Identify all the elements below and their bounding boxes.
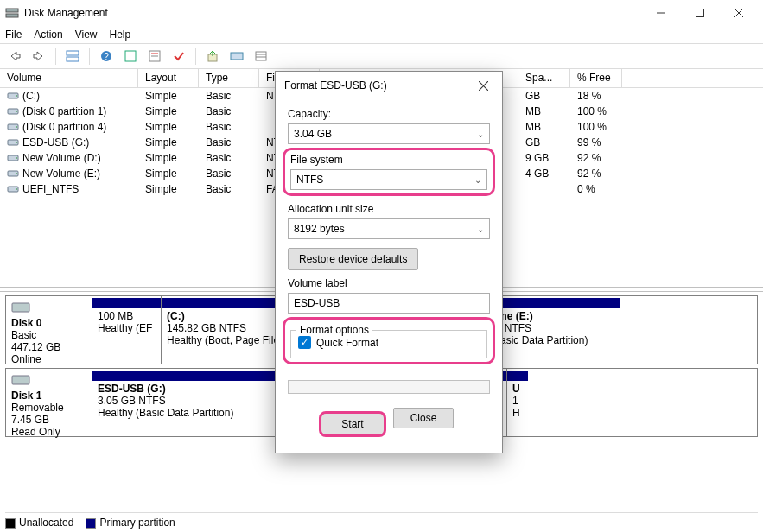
format-options-group: Format options ✓ Quick Format (290, 330, 487, 358)
list-button[interactable] (251, 47, 270, 66)
disk-header[interactable]: Disk 1Removable7.45 GBRead Only (6, 369, 92, 436)
title-bar: Disk Management (0, 0, 763, 26)
quick-format-checkbox[interactable]: ✓ Quick Format (298, 336, 480, 349)
svg-point-20 (16, 95, 17, 97)
menu-action[interactable]: Action (34, 28, 62, 41)
window-title: Disk Management (24, 7, 641, 19)
alloc-value: 8192 bytes (294, 223, 345, 235)
export-button[interactable] (203, 47, 222, 66)
partition[interactable]: U1H (507, 369, 528, 436)
menu-file[interactable]: File (5, 28, 22, 41)
volume-label-label: Volume label (288, 277, 490, 289)
app-icon (5, 6, 19, 20)
svg-rect-1 (6, 14, 18, 17)
disk-icon (11, 372, 30, 388)
highlight-filesystem: File system NTFS ⌄ (283, 148, 495, 196)
legend-unalloc: Unallocated (19, 516, 73, 529)
checkbox-checked-icon: ✓ (298, 336, 311, 349)
svg-point-22 (16, 111, 17, 112)
svg-point-28 (16, 157, 17, 159)
col-space[interactable]: Spa... (518, 69, 570, 87)
dialog-title: Format ESD-USB (G:) (284, 79, 473, 92)
svg-point-32 (16, 188, 17, 190)
svg-rect-34 (12, 376, 29, 384)
close-button[interactable] (719, 0, 758, 26)
col-free[interactable]: % Free (570, 69, 622, 87)
filesystem-select[interactable]: NTFS ⌄ (290, 169, 487, 190)
maximize-button[interactable] (680, 0, 719, 26)
alloc-select[interactable]: 8192 bytes ⌄ (288, 218, 490, 239)
chevron-down-icon: ⌄ (477, 130, 484, 139)
drive-icon (7, 136, 19, 149)
partition-stripe (92, 298, 161, 308)
legend-primary: Primary partition (99, 516, 175, 529)
svg-rect-33 (12, 303, 29, 312)
svg-rect-7 (67, 57, 79, 61)
legend-primary-swatch (86, 518, 96, 529)
restore-defaults-button[interactable]: Restore device defaults (288, 248, 418, 270)
svg-rect-0 (6, 9, 18, 12)
properties-button[interactable] (145, 47, 164, 66)
menu-bar: File Action View Help (0, 26, 763, 43)
back-button[interactable] (5, 47, 24, 66)
minimize-button[interactable] (641, 0, 680, 26)
svg-rect-10 (125, 51, 136, 61)
svg-rect-6 (67, 51, 79, 55)
forward-button[interactable] (29, 47, 48, 66)
col-volume[interactable]: Volume (0, 69, 138, 87)
disk-header[interactable]: Disk 0Basic447.12 GBOnline (6, 296, 92, 364)
svg-rect-3 (696, 10, 703, 17)
start-button[interactable]: Start (319, 411, 386, 437)
drive-icon (7, 168, 19, 180)
help-button[interactable]: ? (97, 47, 116, 66)
close-dialog-button[interactable]: Close (393, 408, 454, 428)
col-layout[interactable]: Layout (138, 69, 199, 87)
col-type[interactable]: Type (199, 69, 259, 87)
svg-point-24 (16, 126, 17, 128)
svg-text:?: ? (104, 52, 109, 61)
toolbar: ? (0, 43, 763, 69)
legend-unalloc-swatch (5, 518, 16, 529)
legend: Unallocated Primary partition (5, 512, 758, 529)
partition[interactable]: 100 MBHealthy (EF (92, 296, 162, 364)
svg-point-26 (16, 142, 17, 143)
alloc-label: Allocation unit size (288, 203, 490, 215)
partition-stripe (507, 370, 528, 381)
chevron-down-icon: ⌄ (474, 175, 481, 185)
volume-label-input[interactable]: ESD-USB (288, 293, 490, 314)
chevron-down-icon: ⌄ (477, 225, 484, 234)
disk-icon (11, 300, 30, 315)
dialog-close-button[interactable] (473, 75, 493, 96)
drive-icon (7, 121, 19, 133)
filesystem-label: File system (290, 154, 487, 166)
drive-icon (7, 152, 19, 164)
capacity-select[interactable]: 3.04 GB ⌄ (288, 124, 490, 144)
check-button[interactable] (169, 47, 188, 66)
quick-format-label: Quick Format (316, 337, 378, 349)
svg-rect-16 (256, 52, 266, 60)
drive-icon (7, 90, 19, 102)
layout-button[interactable] (63, 47, 82, 66)
progress-bar (288, 380, 490, 394)
capacity-label: Capacity: (288, 108, 490, 120)
capacity-value: 3.04 GB (294, 128, 332, 140)
menu-help[interactable]: Help (110, 28, 131, 41)
menu-view[interactable]: View (75, 28, 98, 41)
format-options-legend: Format options (296, 324, 372, 336)
highlight-format-options: Format options ✓ Quick Format (283, 317, 495, 364)
format-dialog: Format ESD-USB (G:) Capacity: 3.04 GB ⌄ … (275, 71, 503, 453)
settings-button[interactable] (227, 47, 246, 66)
filesystem-value: NTFS (296, 174, 323, 186)
drive-icon (7, 183, 19, 195)
svg-point-30 (16, 173, 17, 174)
refresh-button[interactable] (121, 47, 140, 66)
drive-icon (7, 105, 19, 117)
svg-rect-15 (231, 53, 243, 60)
